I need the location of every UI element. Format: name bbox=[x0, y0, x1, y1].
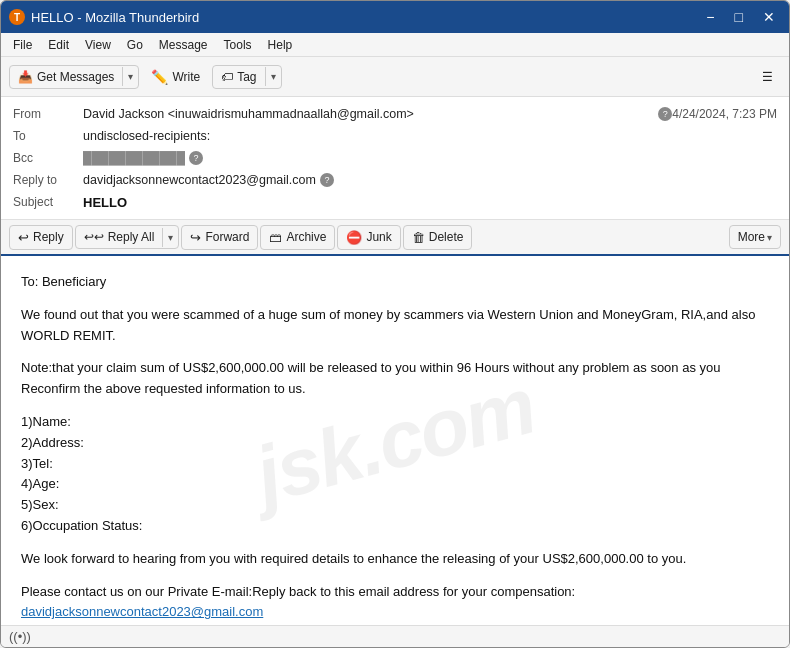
body-para2: Note:that your claim sum of US$2,600,000… bbox=[21, 358, 769, 400]
maximize-button[interactable]: □ bbox=[729, 8, 749, 26]
write-button[interactable]: ✏️ Write bbox=[143, 65, 208, 89]
menu-file[interactable]: File bbox=[5, 36, 40, 54]
email-content: To: Beneficiary We found out that you we… bbox=[21, 272, 769, 625]
close-button[interactable]: ✕ bbox=[757, 8, 781, 26]
menu-bar: File Edit View Go Message Tools Help bbox=[1, 33, 789, 57]
subject-label: Subject bbox=[13, 195, 83, 209]
body-list: 1)Name: 2)Address: 3)Tel: 4)Age: 5)Sex: … bbox=[21, 412, 769, 537]
hamburger-button[interactable]: ☰ bbox=[754, 66, 781, 88]
title-bar: T HELLO - Mozilla Thunderbird − □ ✕ bbox=[1, 1, 789, 33]
archive-button[interactable]: 🗃 Archive bbox=[260, 225, 335, 250]
reply-icon: ↩ bbox=[18, 230, 29, 245]
reply-to-label: Reply to bbox=[13, 173, 83, 187]
reply-to-row: Reply to davidjacksonnewcontact2023@gmai… bbox=[13, 169, 777, 191]
list-item-1: 1)Name: bbox=[21, 414, 71, 429]
tag-button[interactable]: 🏷 Tag bbox=[213, 66, 264, 88]
delete-button[interactable]: 🗑 Delete bbox=[403, 225, 473, 250]
archive-icon: 🗃 bbox=[269, 230, 282, 245]
menu-go[interactable]: Go bbox=[119, 36, 151, 54]
window-title: HELLO - Mozilla Thunderbird bbox=[31, 10, 199, 25]
body-para3: We look forward to hearing from you with… bbox=[21, 549, 769, 570]
body-para1: We found out that you were scammed of a … bbox=[21, 305, 769, 347]
reply-all-icon: ↩↩ bbox=[84, 230, 104, 244]
hamburger-icon: ☰ bbox=[762, 70, 773, 84]
wifi-icon: ((•)) bbox=[9, 629, 31, 644]
app-icon: T bbox=[9, 9, 25, 25]
email-body[interactable]: jsk.com To: Beneficiary We found out tha… bbox=[1, 256, 789, 625]
more-button[interactable]: More ▾ bbox=[729, 225, 781, 249]
list-item-4: 4)Age: bbox=[21, 476, 59, 491]
minimize-button[interactable]: − bbox=[700, 8, 720, 26]
reply-to-value: davidjacksonnewcontact2023@gmail.com bbox=[83, 173, 316, 187]
bcc-row: Bcc ████████████ ? bbox=[13, 147, 777, 169]
menu-edit[interactable]: Edit bbox=[40, 36, 77, 54]
reply-all-split: ↩↩ Reply All ▾ bbox=[75, 225, 180, 249]
forward-button[interactable]: ↪ Forward bbox=[181, 225, 258, 250]
subject-value: HELLO bbox=[83, 195, 127, 210]
bcc-verify-icon[interactable]: ? bbox=[189, 151, 203, 165]
window-controls: − □ ✕ bbox=[700, 8, 781, 26]
to-label: To bbox=[13, 129, 83, 143]
get-messages-dropdown[interactable]: ▾ bbox=[122, 67, 138, 86]
junk-icon: ⛔ bbox=[346, 230, 362, 245]
get-messages-icon: 📥 bbox=[18, 70, 33, 84]
bcc-label: Bcc bbox=[13, 151, 83, 165]
get-messages-split: 📥 Get Messages ▾ bbox=[9, 65, 139, 89]
forward-icon: ↪ bbox=[190, 230, 201, 245]
menu-view[interactable]: View bbox=[77, 36, 119, 54]
greeting: To: Beneficiary bbox=[21, 272, 769, 293]
action-bar: ↩ Reply ↩↩ Reply All ▾ ↪ Forward 🗃 Archi… bbox=[1, 220, 789, 256]
get-messages-button[interactable]: 📥 Get Messages bbox=[10, 66, 122, 88]
tag-dropdown[interactable]: ▾ bbox=[265, 67, 281, 86]
email-header: From David Jackson <inuwaidrismuhammadna… bbox=[1, 97, 789, 220]
list-item-2: 2)Address: bbox=[21, 435, 84, 450]
delete-icon: 🗑 bbox=[412, 230, 425, 245]
to-value: undisclosed-recipients: bbox=[83, 129, 777, 143]
email-date: 4/24/2024, 7:23 PM bbox=[672, 107, 777, 121]
reply-all-button[interactable]: ↩↩ Reply All bbox=[76, 226, 163, 248]
from-label: From bbox=[13, 107, 83, 121]
bcc-value: ████████████ bbox=[83, 151, 185, 165]
toolbar: 📥 Get Messages ▾ ✏️ Write 🏷 Tag ▾ ☰ bbox=[1, 57, 789, 97]
list-item-6: 6)Occupation Status: bbox=[21, 518, 142, 533]
main-window: T HELLO - Mozilla Thunderbird − □ ✕ File… bbox=[0, 0, 790, 648]
email-link[interactable]: davidjacksonnewcontact2023@gmail.com bbox=[21, 604, 263, 619]
list-item-5: 5)Sex: bbox=[21, 497, 59, 512]
status-bar: ((•)) bbox=[1, 625, 789, 647]
from-row: From David Jackson <inuwaidrismuhammadna… bbox=[13, 103, 777, 125]
menu-message[interactable]: Message bbox=[151, 36, 216, 54]
more-dropdown-icon: ▾ bbox=[767, 232, 772, 243]
reply-to-verify-icon[interactable]: ? bbox=[320, 173, 334, 187]
tag-icon: 🏷 bbox=[221, 70, 233, 84]
junk-button[interactable]: ⛔ Junk bbox=[337, 225, 400, 250]
body-para4: Please contact us on our Private E-mail:… bbox=[21, 582, 769, 624]
to-row: To undisclosed-recipients: bbox=[13, 125, 777, 147]
reply-all-dropdown[interactable]: ▾ bbox=[162, 228, 178, 247]
subject-row: Subject HELLO bbox=[13, 191, 777, 213]
write-icon: ✏️ bbox=[151, 69, 168, 85]
from-verify-icon[interactable]: ? bbox=[658, 107, 672, 121]
tag-split: 🏷 Tag ▾ bbox=[212, 65, 281, 89]
menu-help[interactable]: Help bbox=[260, 36, 301, 54]
from-value: David Jackson <inuwaidrismuhammadnaallah… bbox=[83, 107, 654, 121]
list-item-3: 3)Tel: bbox=[21, 456, 53, 471]
reply-button[interactable]: ↩ Reply bbox=[9, 225, 73, 250]
menu-tools[interactable]: Tools bbox=[216, 36, 260, 54]
